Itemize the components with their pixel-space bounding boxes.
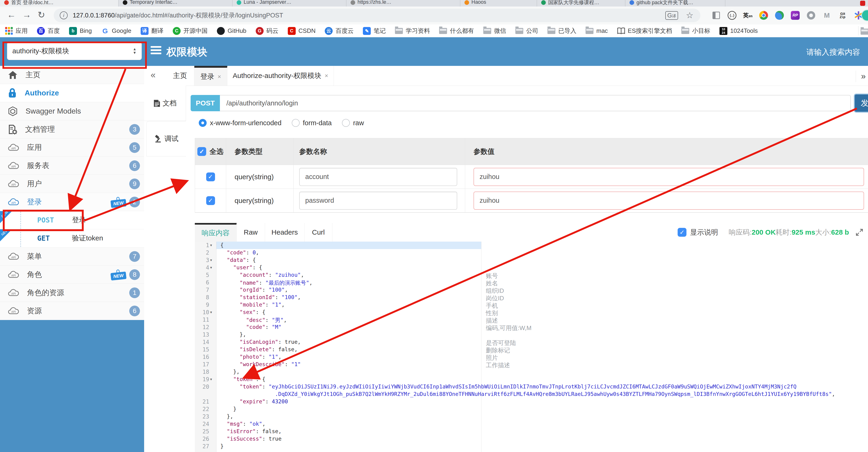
sidebar-item-lock[interactable]: Authorize [0, 84, 144, 102]
close-icon[interactable]: × [325, 72, 328, 79]
response-body-editor[interactable]: 1▾{2"code": 0,3▾"data": {4▾"user": {5"ac… [195, 242, 868, 452]
body-type-radio-form-data[interactable]: form-data [292, 119, 332, 127]
fullscreen-icon[interactable] [856, 228, 863, 236]
sidebar-endpoint-get[interactable]: NEWGET验证token [0, 229, 144, 247]
fold-arrow-icon[interactable]: ▾ [210, 310, 212, 314]
browser-tab[interactable]: github pack文件夹下载… [625, 0, 725, 6]
sidebar-item-group[interactable]: API角色NEW8 [0, 265, 144, 284]
module-select[interactable]: authority-权限模块 ▲▼ [7, 42, 142, 60]
sidebar-item-group[interactable]: API登录NEW2 [0, 193, 144, 211]
radio-icon[interactable] [292, 119, 300, 127]
bookmark-item[interactable]: 什么都有 [439, 27, 474, 35]
bookmarks-overflow[interactable]: 其 [861, 27, 868, 36]
radio-icon[interactable] [199, 119, 207, 127]
response-tab-Headers[interactable]: Headers [265, 223, 305, 242]
sidebar-item-group[interactable]: API用户9 [0, 175, 144, 193]
bookmark-star-icon[interactable]: ☆ [686, 10, 693, 20]
tabs-collapse-icon[interactable]: « [151, 70, 156, 80]
body-type-radio-x-www-form-urlencoded[interactable]: x-www-form-urlencoded [199, 119, 281, 127]
bookmark-item[interactable]: 小目标 [681, 27, 710, 35]
response-tab-响应内容[interactable]: 响应内容 [195, 223, 237, 242]
mshield-extension-icon[interactable]: M [822, 10, 832, 20]
ring-extension-icon[interactable] [806, 10, 816, 20]
bookmark-item[interactable]: GitHub [217, 27, 246, 35]
select-all-checkbox[interactable]: ✓ [197, 147, 206, 156]
tab-debug[interactable]: 调试 [147, 121, 186, 157]
bookmark-item[interactable]: 学习资料 [395, 27, 430, 35]
bookmark-item[interactable]: mac [586, 27, 608, 34]
browser-tab[interactable]: https://zhs.le… [346, 0, 460, 6]
close-icon[interactable]: × [218, 73, 221, 80]
sidebar-item-doc-gear[interactable]: 文档管理3 [0, 120, 144, 139]
body-type-radio-raw[interactable]: raw [342, 119, 364, 127]
code-line: 2"code": 0, [195, 249, 868, 256]
sidebar-item-group[interactable]: API角色的资源1 [0, 284, 144, 302]
browser-tab[interactable]: Luna - Jampserver… [232, 0, 346, 6]
param-checkbox[interactable]: ✓ [206, 172, 215, 181]
sidebar-item-hexagon[interactable]: Swagger Models [0, 102, 144, 120]
browser-tab[interactable]: 首页 登录/doc.ht… [0, 0, 119, 6]
reload-icon[interactable]: ↻ [38, 10, 45, 20]
sidebar-item-home[interactable]: 主页 [0, 66, 144, 84]
bookmark-item[interactable]: bBing [69, 27, 92, 35]
back-icon[interactable]: ← [7, 10, 16, 20]
fold-arrow-icon[interactable]: ▾ [210, 265, 212, 270]
fold-arrow-icon[interactable]: ▾ [210, 258, 212, 262]
translate-icon[interactable]: G译 [665, 11, 678, 20]
sidebar-endpoint-post[interactable]: NEWPOST登录 [0, 211, 144, 229]
site-info-icon[interactable]: i [60, 11, 68, 19]
response-tab-Raw[interactable]: Raw [237, 223, 265, 242]
sidebar-item-group[interactable]: API应用5 [0, 139, 144, 157]
en-extension-icon[interactable]: 英en [743, 10, 753, 20]
param-name-input[interactable]: account [299, 168, 457, 186]
bookmark-item[interactable]: GGoogle [101, 27, 131, 35]
bookmark-item[interactable]: C开源中国 [173, 27, 208, 35]
panel-extension-icon[interactable] [711, 10, 721, 20]
menu-hamburger-icon[interactable] [151, 46, 161, 55]
request-url-input[interactable]: /api/authority/anno/login [220, 95, 851, 111]
sidebar-item-group[interactable]: API服务表6 [0, 157, 144, 175]
fold-arrow-icon[interactable]: ▾ [210, 243, 212, 247]
bookmark-item[interactable]: G码云 [256, 27, 278, 35]
checkbox-checked-icon[interactable]: ✓ [678, 228, 686, 237]
browser-tab[interactable]: Haoos [460, 0, 537, 6]
param-value-input[interactable]: zuihou [473, 192, 864, 210]
bookmark-item[interactable]: 百百度 [37, 27, 60, 35]
param-checkbox[interactable]: ✓ [206, 196, 215, 205]
search-input[interactable]: 请输入搜索内容 [806, 47, 860, 57]
browser-tab[interactable]: 国家队大学先修课程… [537, 0, 625, 6]
globe-extension-icon[interactable] [775, 10, 784, 20]
sidebar-item-group[interactable]: API菜单7 [0, 247, 144, 265]
bookmark-item[interactable]: 微信 [483, 27, 506, 35]
bookmark-item[interactable]: 云百度云 [325, 27, 353, 35]
send-button[interactable]: 发 [854, 93, 868, 113]
param-value-input[interactable]: zuihou [473, 168, 864, 186]
tabs-expand-icon[interactable]: » [856, 70, 866, 82]
forward-icon[interactable]: → [22, 10, 31, 20]
bookmark-item[interactable]: 应用 [5, 27, 28, 35]
bookmark-item[interactable]: 10241024Tools [719, 27, 758, 35]
bookmark-item[interactable]: 已导入 [548, 27, 576, 35]
radio-icon[interactable] [342, 119, 350, 127]
bookmark-item[interactable]: 公司 [515, 27, 538, 35]
response-tab-Curl[interactable]: Curl [305, 223, 333, 242]
url-bar[interactable]: i 127.0.0.1:8760/api/gate/doc.html#/auth… [54, 9, 701, 22]
sidebar-item-group[interactable]: API资源6 [0, 302, 144, 320]
content-tab[interactable]: 登录× [194, 66, 227, 86]
braces-extension-icon[interactable]: {..} [727, 10, 737, 20]
tab-favicon-icon[interactable] [860, 1, 865, 6]
chrome-extension-icon[interactable] [759, 10, 769, 20]
gitzip-extension-icon[interactable]: GitZip [838, 10, 847, 20]
bookmark-item[interactable]: ✎笔记 [363, 27, 386, 35]
bookmark-item[interactable]: ES搜索引擎文档 [617, 27, 672, 35]
fold-arrow-icon[interactable]: ▾ [210, 377, 212, 382]
content-tab[interactable]: Authorize-authority-权限模块× [227, 66, 334, 86]
show-description-toggle[interactable]: ✓ 显示说明 [678, 228, 718, 237]
tab-doc[interactable]: 文档 [144, 86, 186, 121]
rp-extension-icon[interactable]: RP [790, 10, 800, 20]
param-name-input[interactable]: password [299, 192, 457, 210]
bookmark-item[interactable]: CCSDN [288, 27, 316, 35]
browser-tab[interactable]: Temporary Interfac… [119, 0, 232, 6]
content-tab[interactable]: 主页 [166, 66, 194, 86]
bookmark-item[interactable]: 译翻译 [141, 27, 163, 35]
